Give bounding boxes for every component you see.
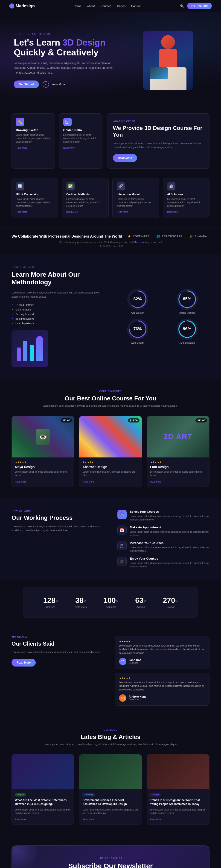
bar-1 [17, 347, 21, 361]
course-thumb-maya: 👁️ $12.00 [12, 416, 74, 458]
hero-title-highlight: 3D Design [63, 38, 105, 48]
blog-read-more-3[interactable]: Read More [150, 818, 161, 821]
stat-label-instructors: Instructors [75, 606, 87, 608]
stat-reviews: 270× Reviews [163, 596, 178, 608]
hero-char-body [159, 49, 177, 70]
course-thumb-font: 3D ART $12.00 [147, 416, 209, 458]
wp-desc: Lorem ipsum dolor sit amet, consectetur … [11, 525, 104, 533]
course-title-abstract: Abstract Design [82, 465, 138, 469]
methodology-figure [17, 336, 43, 361]
testimonials-title: Our Clients Said [11, 641, 106, 647]
blog-info-2: Trending Government Provides Financial A… [79, 789, 142, 825]
nav-home[interactable]: Home [74, 4, 82, 8]
blog-title-2: Government Provides Financial Assistance… [82, 798, 138, 806]
maya-art: 👁️ [36, 429, 50, 445]
stat-students: 100× Students [103, 596, 118, 608]
read-more-ai[interactable]: Read More [167, 211, 178, 213]
testimonial-author-2: AH Andrew Hens Developer [119, 694, 205, 702]
wp-right: 📚 Select Your Courses Lorem ipsum dolor … [117, 510, 210, 568]
try-free-button[interactable]: Try Free Trial [187, 3, 212, 9]
read-more-drawing[interactable]: Read More [16, 147, 27, 149]
course-read-more-abstract[interactable]: Read More [82, 480, 94, 483]
read-more-interaction[interactable]: Read More [117, 211, 128, 213]
testimonial-text-1: Lorem ipsum dolor sit amet, consectetur … [119, 644, 205, 655]
stat-instructors: 38× Instructors [75, 596, 87, 608]
methodology-image [11, 330, 48, 367]
nav-about[interactable]: About [87, 4, 95, 8]
blog-section: Our Blog Lates Blog & Articles Lorem ips… [0, 717, 221, 836]
percent-app-design: 62% [130, 291, 145, 307]
partner-studytech: 🎓 StudyTech [190, 235, 210, 238]
wp-title: Our Working Process [11, 514, 104, 521]
hero-title-line1: Let's Learn [14, 38, 60, 48]
blog-read-more-2[interactable]: Read More [82, 818, 94, 821]
promo-button[interactable]: Read More [113, 154, 137, 162]
service-desc-drawing: Lorem ipsum dolor sit amet consectetur a… [16, 133, 51, 144]
circle-brand-design: 85% Brand Design [165, 289, 210, 314]
get-started-button[interactable]: Get Started [14, 81, 39, 88]
stat-label-courses: Courses [43, 606, 58, 608]
stat-courses: 128× Courses [43, 596, 58, 608]
hero-description: Lorem ipsum dolor sit amet, consectetur … [14, 61, 115, 75]
logo-icon: ✦ [9, 3, 14, 8]
blog-card-2: Trending Government Provides Financial A… [79, 754, 142, 825]
testimonials-desc: Lorem ipsum dolor sit amet, consectetur … [11, 650, 106, 654]
service-icon-uiux: 🔄 [16, 182, 24, 190]
nav-courses[interactable]: Courses [100, 4, 111, 8]
step-desc-appointment: Lorem ipsum dolor sit amet consectetur a… [130, 530, 210, 537]
feature-5: ✔User Experience [11, 322, 106, 325]
feature-2: ✔Multi Purpose [11, 308, 106, 311]
testimonial-cards: ★★★★★ Lorem ipsum dolor sit amet, consec… [115, 636, 210, 706]
hero-title-line2: Quickly & Creatively [14, 48, 99, 57]
hero-laptop [149, 67, 168, 79]
nav-contact[interactable]: Contact [131, 4, 141, 8]
testimonial-name-2: Andrew Hens [129, 695, 146, 698]
testimonial-role-1: Designer [129, 662, 141, 664]
testimonial-stars-1: ★★★★★ [119, 640, 205, 643]
check-icon-2: ✔ [11, 308, 13, 311]
nav-pages[interactable]: Pages [117, 4, 126, 8]
partners-or: or you can call [145, 241, 162, 244]
figure-person [36, 336, 43, 361]
read-more-golden[interactable]: Read More [63, 147, 75, 149]
blog-read-more-1[interactable]: Read More [15, 818, 26, 821]
feature-3: ✔Security Insured [11, 313, 106, 315]
course-stars-maya: ★★★★★ [15, 461, 71, 464]
testimonials-right: ★★★★★ Lorem ipsum dolor sit amet, consec… [115, 636, 210, 706]
blog-title-1: What Are The Most Notable Differences Be… [15, 798, 71, 806]
newsletter-tag: Let's Subscribe [23, 857, 198, 860]
blog-title: Lates Blog & Articles [11, 734, 210, 741]
blog-tag: Our Blog [11, 728, 210, 731]
learn-more-button[interactable]: ▶ Learn More [43, 81, 65, 88]
read-more-certified[interactable]: Read More [66, 211, 78, 213]
promo-tag: What We Offer [113, 120, 204, 123]
step-content-appointment: Make An Appointment Lorem ipsum dolor si… [130, 526, 210, 537]
check-icon-3: ✔ [11, 313, 13, 315]
blog-card-3: Design Trends In 3D Design In the World … [147, 754, 210, 825]
promo-desc: Lorem ipsum dolor sit amet, consectetur … [113, 142, 204, 150]
service-title-ai: AI Solutions [167, 193, 205, 196]
read-more-uiux[interactable]: Read More [16, 211, 27, 213]
testimonial-stars-2: ★★★★★ [119, 677, 205, 680]
hero-buttons: Get Started ▶ Learn More [14, 81, 115, 88]
wp-left: How We Works Our Working Process Lorem i… [11, 510, 104, 568]
step-content-enjoy: Enjoy Your Courses Lorem ipsum dolor sit… [130, 557, 210, 568]
testimonials-read-more-button[interactable]: Read More [11, 659, 36, 666]
hero-content: Looks Perfect Design Let's Learn 3D Desi… [14, 33, 115, 89]
partners-top: We Collaborate With Professional Designe… [11, 235, 210, 239]
partners-title: We Collaborate With Professional Designe… [11, 235, 122, 239]
testimonial-avatar-2: AH [119, 694, 127, 702]
service-icon-golden: 📐 [63, 118, 72, 126]
nav-logo[interactable]: ✦ Madesign [9, 3, 35, 8]
course-read-more-font[interactable]: Read More [150, 480, 161, 483]
methodology-tag: Core Features [11, 266, 106, 269]
methodology-desc: Lorem ipsum dolor sit amet, consectetur … [11, 291, 106, 299]
blog-card-1: Project What Are The Most Notable Differ… [11, 754, 74, 825]
studytech-label: StudyTech [195, 235, 210, 238]
stat-awards: 63× Awards [135, 596, 146, 608]
percent-brand-design: 85% [179, 291, 195, 307]
click-here-link[interactable]: Click here [133, 241, 145, 244]
search-icon[interactable]: 🔍 [180, 4, 184, 8]
course-read-more-maya[interactable]: Read More [15, 480, 26, 483]
step-content-purchase: Purchase Your Courses Lorem ipsum dolor … [130, 541, 210, 553]
